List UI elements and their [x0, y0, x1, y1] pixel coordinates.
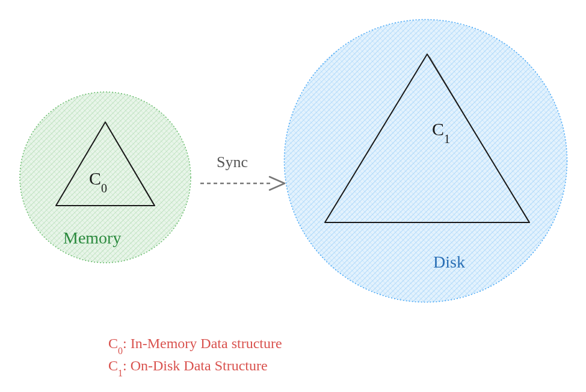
legend-c1-sub: 1	[118, 368, 123, 378]
sync-label: Sync	[217, 153, 248, 171]
c1-prefix: C	[432, 119, 444, 139]
c0-subscript: 0	[101, 182, 107, 195]
c1-subscript: 1	[444, 132, 450, 145]
legend-c0-desc: : In-Memory Data structure	[123, 335, 282, 351]
legend-c1-prefix: C	[108, 358, 118, 373]
triangle-c0	[51, 117, 159, 210]
memory-label: Memory	[63, 228, 121, 248]
c0-triangle-label: C0	[89, 168, 107, 192]
legend-c1: C1: On-Disk Data Structure	[108, 355, 282, 378]
legend-c0-prefix: C	[108, 335, 118, 351]
disk-label: Disk	[433, 253, 465, 272]
c0-prefix: C	[89, 168, 101, 188]
legend: C0: In-Memory Data structure C1: On-Disk…	[108, 333, 282, 378]
legend-c0-sub: 0	[118, 346, 123, 356]
diagram-container: C0 C1 Memory Disk Sync C0: In-Memory Dat…	[0, 0, 586, 392]
c1-triangle-label: C1	[432, 119, 450, 142]
sync-arrow	[197, 174, 288, 192]
legend-c0: C0: In-Memory Data structure	[108, 333, 282, 355]
legend-c1-desc: : On-Disk Data Structure	[123, 358, 268, 373]
triangle-c1	[319, 48, 535, 228]
